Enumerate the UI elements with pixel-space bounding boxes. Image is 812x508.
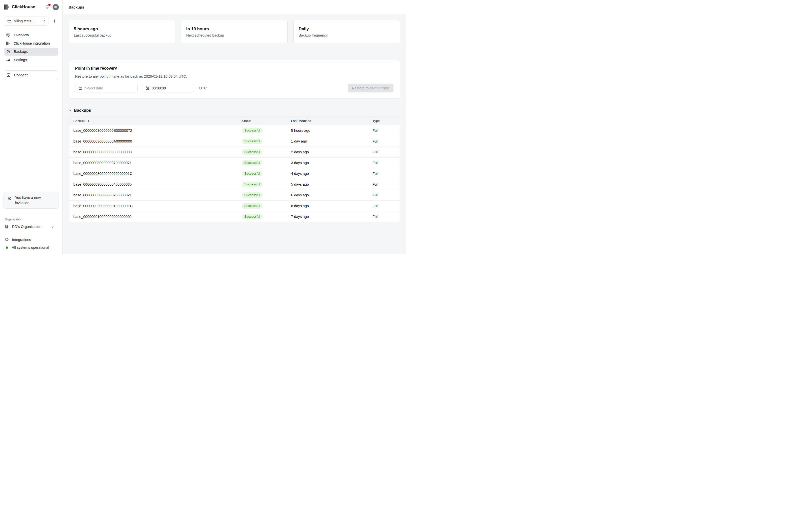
- table-row[interactable]: base_000000030000000800000093 Successful…: [69, 146, 400, 157]
- organization-row[interactable]: RD's Organization: [0, 221, 62, 229]
- table-row[interactable]: base_000000030000000200000021 Successful…: [69, 189, 400, 200]
- integrations-link[interactable]: Integrations: [4, 238, 58, 242]
- type-cell: Full: [368, 193, 400, 197]
- plus-icon: [52, 19, 57, 23]
- type-cell: Full: [368, 150, 400, 154]
- sidebar-nav: Overview ClickHouse integration: [0, 31, 62, 64]
- status-cell: Successful: [237, 203, 287, 209]
- summary-card-value: 5 hours ago: [74, 27, 170, 32]
- sidebar-item-clickhouse-integration[interactable]: ClickHouse integration: [4, 39, 58, 47]
- system-status-link[interactable]: All systems operational: [4, 246, 58, 250]
- table-row[interactable]: base_000000030000000A00000000 Successful…: [69, 136, 400, 146]
- main-area: Backups 5 hours ago Last successful back…: [62, 0, 406, 254]
- backups-section-header[interactable]: Backups: [68, 108, 400, 113]
- sidebar-item-label: Overview: [14, 33, 29, 37]
- last-modified-cell: 6 days ago: [287, 204, 368, 208]
- status-cell: Successful: [237, 160, 287, 166]
- backups-section-title: Backups: [74, 108, 91, 113]
- connect-icon: [6, 73, 11, 77]
- connect-button[interactable]: Connect: [4, 71, 58, 80]
- backup-id-cell: base_00000003000000060000001C: [69, 172, 237, 176]
- service-selector-row: aws billing-tests-...: [0, 14, 62, 26]
- pitr-title: Point in time recovery: [75, 66, 393, 71]
- organization-name: RD's Organization: [12, 225, 51, 229]
- table-row[interactable]: base_000000010000000000000002 Successful…: [69, 211, 400, 222]
- puzzle-icon: [4, 238, 9, 242]
- calendar-icon: [78, 86, 83, 90]
- table-row[interactable]: base_00000003000000060000001C Successful…: [69, 168, 400, 179]
- clickhouse-bars-icon: [6, 41, 10, 46]
- column-header-status: Status: [237, 119, 287, 123]
- sidebar-item-label: ClickHouse integration: [13, 41, 50, 45]
- summary-card-value: In 19 hours: [186, 27, 282, 32]
- backup-id-cell: base_000000030000000200000021: [69, 193, 237, 197]
- service-selector-value: billing-tests-...: [14, 19, 43, 23]
- type-cell: Full: [368, 172, 400, 176]
- sidebar-item-overview[interactable]: Overview: [4, 31, 58, 39]
- chevron-right-icon: [51, 225, 55, 229]
- table-row[interactable]: base_000000030000000400000035 Successful…: [69, 179, 400, 189]
- status-badge: Successful: [242, 203, 262, 209]
- column-header-backup-id: Backup ID: [69, 119, 237, 123]
- backup-id-cell: base_000000030000000400000035: [69, 182, 237, 186]
- backups-table: Backup ID Status Last Modified Type base…: [68, 117, 400, 222]
- last-modified-cell: 4 days ago: [287, 172, 368, 176]
- add-service-button[interactable]: [51, 19, 58, 23]
- sidebar-item-label: Backups: [14, 50, 28, 54]
- status-label: All systems operational: [12, 246, 49, 250]
- timezone-label: UTC: [199, 86, 207, 90]
- brand-title: ClickHouse: [12, 4, 35, 9]
- type-cell: Full: [368, 182, 400, 186]
- status-badge: Successful: [242, 138, 262, 144]
- status-cell: Successful: [237, 171, 287, 176]
- status-cell: Successful: [237, 214, 287, 219]
- connect-label: Connect: [14, 73, 28, 77]
- sidebar-item-backups[interactable]: Backups: [4, 48, 58, 56]
- summary-cards: 5 hours ago Last successful backup In 19…: [68, 20, 400, 44]
- service-selector[interactable]: aws billing-tests-...: [4, 16, 49, 26]
- restore-button[interactable]: Restore to point in time: [348, 84, 393, 92]
- notifications-button[interactable]: [45, 4, 50, 9]
- page-title: Backups: [68, 5, 84, 9]
- calendar-clock-icon: [145, 86, 149, 90]
- overview-icon: [6, 33, 10, 37]
- last-modified-cell: 5 hours ago: [287, 128, 368, 132]
- select-updown-icon: [43, 19, 46, 23]
- status-cell: Successful: [237, 128, 287, 133]
- pitr-description: Restore to any point in time as far back…: [75, 74, 393, 78]
- brand-row: ClickHouse KI: [0, 0, 62, 14]
- backup-history-icon: [6, 49, 10, 54]
- organization-label: Organization: [0, 214, 62, 221]
- type-cell: Full: [368, 215, 400, 219]
- invitation-text: You have a new invitation: [15, 195, 56, 206]
- summary-card-label: Next scheduled backup: [186, 33, 282, 37]
- topbar: Backups: [62, 0, 406, 14]
- table-row[interactable]: base_000000030000000700000071 Successful…: [69, 157, 400, 168]
- date-input[interactable]: Select date: [75, 84, 138, 92]
- last-modified-cell: 5 days ago: [287, 182, 368, 186]
- table-row[interactable]: base_0000000200000001000000EC Successful…: [69, 200, 400, 211]
- invitation-snooze-icon: [7, 196, 12, 201]
- notification-dot: [48, 4, 51, 6]
- invitation-banner[interactable]: You have a new invitation: [3, 192, 59, 209]
- summary-card: In 19 hours Next scheduled backup: [181, 20, 288, 44]
- last-modified-cell: 2 days ago: [287, 150, 368, 154]
- summary-card: 5 hours ago Last successful backup: [68, 20, 175, 44]
- status-badge: Successful: [242, 171, 262, 176]
- backup-id-cell: base_000000030000000800000093: [69, 150, 237, 154]
- summary-card-label: Last successful backup: [74, 33, 170, 37]
- time-input[interactable]: 00:00:00: [142, 84, 194, 92]
- backup-id-cell: base_000000030000000700000071: [69, 161, 237, 165]
- sidebar-item-settings[interactable]: Settings: [4, 56, 58, 64]
- backups-table-body: base_000000030000000B00000072 Successful…: [69, 125, 400, 222]
- settings-sliders-icon: [6, 57, 10, 62]
- type-cell: Full: [368, 139, 400, 143]
- avatar[interactable]: KI: [53, 4, 59, 10]
- status-cell: Successful: [237, 138, 287, 144]
- last-modified-cell: 3 days ago: [287, 161, 368, 165]
- type-cell: Full: [368, 204, 400, 208]
- table-row[interactable]: base_000000030000000B00000072 Successful…: [69, 125, 400, 136]
- status-badge: Successful: [242, 149, 262, 155]
- sidebar-footer: Integrations All systems operational: [0, 238, 62, 250]
- status-cell: Successful: [237, 149, 287, 155]
